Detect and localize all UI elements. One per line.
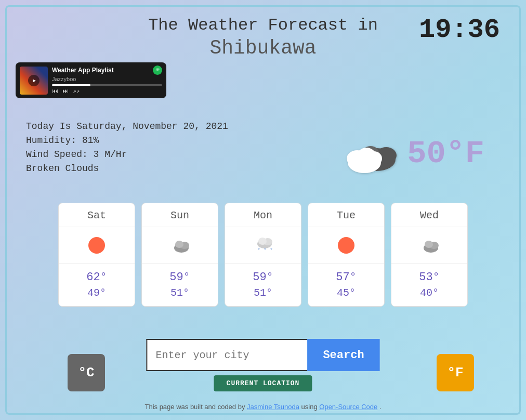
temps-sat: 62° 49° — [59, 264, 135, 306]
spotify-player: Weather App Playlist Jazzyboo ⏮ ⏭ ↗↗ — [16, 62, 166, 98]
svg-text:* * *: * * * — [257, 248, 273, 254]
svg-point-13 — [258, 238, 267, 245]
author-link[interactable]: Jasmine Tsunoda — [247, 403, 299, 411]
wind-text: Wind Speed: 3 M/Hr — [26, 148, 228, 162]
spotify-logo-icon — [153, 65, 162, 75]
day-sat: Sat — [59, 203, 135, 227]
progress-bar-row — [52, 84, 162, 86]
temps-mon: 59° 51° — [225, 264, 301, 306]
share-icon[interactable]: ↗↗ — [73, 88, 80, 95]
sun-icon — [88, 237, 105, 254]
source-link[interactable]: Open-Source Code — [319, 403, 377, 411]
input-row: Search — [146, 339, 379, 371]
forecast-card-tue: Tue 57° 45° — [308, 203, 385, 307]
snow-cloud-icon: * * * — [253, 237, 273, 254]
icon-wed — [391, 227, 467, 264]
forecast-card-sun: Sun 59° 51° — [141, 203, 218, 307]
spotify-top: Weather App Playlist — [52, 65, 162, 75]
title-area: The Weather Forecast in Shibukawa — [107, 16, 419, 59]
spotify-album — [20, 67, 48, 95]
spotify-artist: Jazzyboo — [52, 76, 162, 82]
prev-button[interactable]: ⏮ — [52, 87, 58, 95]
high-sat: 62° — [63, 271, 130, 284]
forecast-card-sat: Sat 62° 49° — [58, 203, 135, 307]
temp-display: 50°F — [339, 133, 484, 174]
cloud-wind-icon-sun — [170, 238, 190, 253]
temps-sun: 59° 51° — [142, 264, 218, 306]
svg-point-7 — [365, 151, 382, 166]
bottom-controls: Search CURRENT LOCATION — [146, 339, 379, 391]
svg-point-0 — [155, 68, 160, 73]
day-wed: Wed — [391, 203, 467, 227]
progress-bar-fill — [52, 84, 90, 86]
cloud-icon — [339, 133, 402, 174]
weather-info: Today Is Saturday, November 20, 2021 Hum… — [26, 120, 228, 176]
humidity-text: Humidity: 81% — [26, 134, 228, 148]
low-sat: 49° — [63, 287, 130, 299]
temps-tue: 57° 45° — [308, 264, 384, 306]
day-mon: Mon — [225, 203, 301, 227]
high-mon: 59° — [229, 271, 297, 284]
sun-icon-tue — [338, 237, 354, 254]
high-sun: 59° — [146, 271, 214, 284]
condition-text: Broken Clouds — [26, 162, 228, 176]
progress-bar-bg — [52, 84, 162, 86]
city-input[interactable] — [146, 339, 307, 371]
forecast-card-mon: Mon * * * 59° 51° — [225, 203, 301, 307]
spotify-title: Weather App Playlist — [52, 67, 114, 74]
current-location-button[interactable]: CURRENT LOCATION — [214, 375, 312, 391]
spotify-info: Weather App Playlist Jazzyboo ⏮ ⏭ ↗↗ — [52, 65, 162, 95]
date-text: Today Is Saturday, November 20, 2021 — [26, 120, 228, 134]
day-sun: Sun — [142, 203, 218, 227]
temperature-text: 50°F — [407, 135, 484, 172]
play-overlay[interactable] — [28, 75, 40, 86]
forecast-card-wed: Wed 53° 40° — [391, 203, 468, 307]
cloud-wind-icon-wed — [419, 238, 439, 253]
day-tue: Tue — [308, 203, 384, 227]
high-wed: 53° — [396, 271, 463, 284]
footer-text-middle: using — [299, 403, 319, 411]
title-line1: The Weather Forecast in — [107, 16, 419, 35]
forecast-row: Sat 62° 49° Sun 59° 51° Mon — [58, 203, 468, 307]
low-tue: 45° — [312, 287, 380, 299]
spotify-controls: ⏮ ⏭ ↗↗ — [52, 87, 162, 95]
footer-text-after: . — [377, 403, 381, 411]
icon-mon: * * * — [225, 227, 301, 264]
celsius-button[interactable]: °C — [68, 354, 105, 391]
low-wed: 40° — [396, 287, 463, 299]
next-button[interactable]: ⏭ — [62, 87, 69, 95]
title-city: Shibukawa — [107, 37, 419, 59]
icon-sat — [59, 227, 135, 264]
svg-point-17 — [425, 241, 433, 248]
fahrenheit-button[interactable]: °F — [437, 354, 474, 391]
svg-point-10 — [175, 241, 183, 248]
clock: 19:36 — [419, 15, 500, 45]
search-button[interactable]: Search — [307, 339, 379, 371]
footer-text-before: This page was built and coded by — [144, 403, 247, 411]
temps-wed: 53° 40° — [391, 264, 467, 306]
icon-tue — [308, 227, 384, 264]
low-sun: 51° — [146, 287, 214, 299]
footer: This page was built and coded by Jasmine… — [144, 403, 381, 411]
high-tue: 57° — [312, 271, 380, 284]
icon-sun — [142, 227, 218, 264]
low-mon: 51° — [229, 287, 297, 299]
